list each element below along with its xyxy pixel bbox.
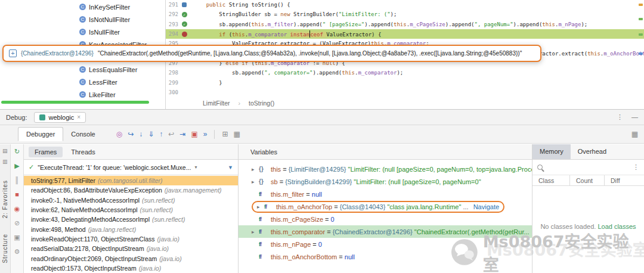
- breadcrumb-class[interactable]: LimitFilter: [203, 100, 230, 107]
- gutter-area[interactable]: [180, 2, 188, 7]
- step-out-icon[interactable]: ↑: [159, 131, 163, 138]
- horizontal-scrollbar[interactable]: [1, 101, 149, 104]
- debugger-settings-icon[interactable]: ⚙: [14, 248, 20, 255]
- pause-program-icon[interactable]: ║: [15, 176, 20, 184]
- hide-window-icon[interactable]: —: [631, 113, 638, 121]
- gutter-area[interactable]: [180, 32, 188, 37]
- breadcrumb-method[interactable]: toString(): [249, 100, 274, 107]
- stack-frame-row[interactable]: readObject0:1573, ObjectInputStream(java…: [24, 263, 238, 273]
- session-tab-weblogic[interactable]: weblogic ×: [34, 112, 86, 123]
- stack-frame-row[interactable]: invoke0:-1, NativeMethodAccessorImpl(sun…: [24, 196, 238, 205]
- restore-layout-icon[interactable]: ▦: [234, 131, 240, 138]
- frame-method: toString:577, LimitFilter: [31, 177, 95, 184]
- code-line[interactable]: 300: [166, 88, 644, 97]
- load-classes-link[interactable]: Load classes: [597, 223, 636, 230]
- tree-item[interactable]: CInKeySetFilter: [0, 1, 165, 13]
- expand-chevron-icon[interactable]: ▸: [252, 179, 259, 185]
- thread-dropdown-icon[interactable]: ▾: [194, 165, 197, 170]
- favorites-window-icon[interactable]: ▤: [2, 148, 8, 154]
- stack-frame-row[interactable]: invoke:498, Method(java.lang.reflect): [24, 224, 238, 234]
- stack-frame-row[interactable]: invokeReadObject:1170, ObjectStreamClass…: [24, 234, 238, 244]
- resume-program-icon[interactable]: »: [203, 131, 208, 138]
- variable-row[interactable]: ▸ffthis.m_comparator = {ChainedExtractor…: [239, 225, 532, 238]
- error-stripe-mark[interactable]: [639, 33, 643, 36]
- tree-item[interactable]: CLessFilter: [0, 76, 165, 88]
- field-letter: f: [265, 204, 267, 210]
- code-line[interactable]: 292✓ StringBuilder sb = new StringBuilde…: [166, 10, 644, 19]
- tree-item[interactable]: CIsNullFilter: [0, 26, 165, 38]
- column-header-class[interactable]: Class: [532, 175, 569, 185]
- variables-header: Variables: [239, 144, 532, 160]
- tree-item[interactable]: CLessEqualsFilter: [0, 63, 165, 76]
- show-execution-point-icon[interactable]: ◎: [116, 131, 122, 138]
- stack-frame-row[interactable]: readSerialData:2178, ObjectInputStream(j…: [24, 244, 238, 253]
- stack-frame-row[interactable]: invoke:43, DelegatingMethodAccessorImpl(…: [24, 215, 238, 224]
- view-breakpoints-icon[interactable]: ◉: [14, 205, 20, 212]
- get-thread-dump-icon[interactable]: ▣: [14, 234, 20, 241]
- code-line[interactable]: 293✓ sb.append(this.m_filter).append(" […: [166, 20, 644, 29]
- step-over-icon[interactable]: ↪: [128, 131, 134, 138]
- line-number: 294: [166, 31, 180, 37]
- code-line[interactable]: 299 }: [166, 77, 644, 87]
- thread-selector[interactable]: ✓ "ExecuteThread: '1' for queue: 'weblog…: [24, 160, 238, 175]
- tool-window-button-structure[interactable]: Structure: [2, 234, 8, 263]
- stack-frame-row[interactable]: readObject:86, BadAttributeValueExpExcep…: [24, 185, 238, 195]
- run-to-cursor-icon[interactable]: ⇥: [179, 131, 185, 138]
- error-stripe-mark[interactable]: [639, 52, 643, 55]
- drop-frame-icon[interactable]: ↩: [168, 131, 174, 138]
- memory-more-icon[interactable]: ⋮: [633, 163, 639, 171]
- variable-row[interactable]: ffthis.m_nPage = 0: [239, 238, 532, 250]
- navigate-link[interactable]: Navigate: [473, 203, 499, 210]
- tab-frames[interactable]: Frames: [29, 147, 63, 157]
- code-line[interactable]: 294 if (this.m_comparator instanceof Val…: [166, 29, 644, 39]
- stack-frame-row[interactable]: toString:577, LimitFilter(com.tangosol.u…: [24, 176, 238, 185]
- close-session-icon[interactable]: ×: [77, 114, 80, 120]
- expand-chevron-icon[interactable]: ▸: [252, 229, 259, 235]
- tab-debugger[interactable]: Debugger: [18, 127, 63, 141]
- variable-value: "LimitFilter: (null [pageSize=0, pageNum…: [354, 178, 481, 185]
- rerun-debug-icon[interactable]: ↻: [14, 148, 20, 155]
- error-stripe-mark[interactable]: [639, 18, 643, 20]
- gutter-area[interactable]: ✓: [180, 21, 188, 27]
- memory-search-row: ⋮: [532, 160, 644, 175]
- column-header-count[interactable]: Count: [569, 175, 604, 185]
- variable-row[interactable]: ▸{}sb = {StringBuilder@14299} "LimitFilt…: [239, 175, 532, 188]
- stack-frame-row[interactable]: invoke:62, NativeMethodAccessorImpl(sun.…: [24, 205, 238, 215]
- code-segment: this: [342, 70, 355, 76]
- column-header-diff[interactable]: Diff: [604, 175, 644, 185]
- thread-dump-camera-icon[interactable]: ▣: [191, 131, 197, 138]
- variable-name: this.m_cPageSize: [271, 216, 323, 223]
- structure-window-icon[interactable]: ▥: [2, 159, 8, 165]
- expand-chevron-icon[interactable]: ▸: [257, 204, 264, 210]
- variable-row[interactable]: ▸ffthis.m_oAnchorTop = {Class@14043} "cl…: [239, 200, 532, 213]
- code-line[interactable]: 291 public String toString() {: [166, 0, 644, 10]
- search-icon[interactable]: [537, 165, 543, 170]
- gutter-area[interactable]: ✓: [180, 12, 188, 17]
- tab-overhead[interactable]: Overhead: [571, 144, 614, 159]
- tree-item[interactable]: CIsNotNullFilter: [0, 13, 165, 26]
- stop-program-icon[interactable]: ■: [15, 191, 19, 198]
- force-step-into-icon[interactable]: ⇓: [148, 131, 154, 138]
- stack-frame-row[interactable]: readOrdinaryObject:2069, ObjectInputStre…: [24, 253, 238, 263]
- variable-row[interactable]: ▸{}this = {LimitFilter@14295} "LimitFilt…: [239, 163, 532, 175]
- error-stripe-mark[interactable]: [639, 4, 643, 6]
- tool-window-button-favorites[interactable]: 2: Favorites: [2, 180, 8, 218]
- code-line[interactable]: 298 sb.append(", comparator=").append(th…: [166, 68, 644, 77]
- tree-item[interactable]: CLikeFilter: [0, 88, 165, 101]
- variable-row[interactable]: ffthis.m_oAnchorBottom = null: [239, 250, 532, 263]
- tab-memory[interactable]: Memory: [532, 144, 571, 159]
- mute-breakpoints-icon[interactable]: ⊘: [14, 219, 20, 227]
- step-into-icon[interactable]: ↓: [139, 131, 143, 138]
- frame-package: (java.io): [159, 255, 181, 262]
- resume-program-icon[interactable]: ▶: [14, 162, 19, 169]
- tab-console[interactable]: Console: [63, 128, 103, 141]
- more-options-icon[interactable]: ⋮: [617, 113, 623, 121]
- layout-settings-icon[interactable]: ▦: [631, 130, 638, 138]
- tab-threads[interactable]: Threads: [65, 147, 101, 157]
- expand-plus-icon[interactable]: +: [9, 49, 17, 57]
- evaluate-expression-icon[interactable]: ⊞: [222, 131, 228, 138]
- variable-row[interactable]: ffthis.m_filter = null: [239, 188, 532, 200]
- expand-chevron-icon[interactable]: ▸: [252, 166, 259, 172]
- variable-row[interactable]: ffthis.m_cPageSize = 0: [239, 213, 532, 225]
- filter-frames-icon[interactable]: ▼: [228, 165, 233, 170]
